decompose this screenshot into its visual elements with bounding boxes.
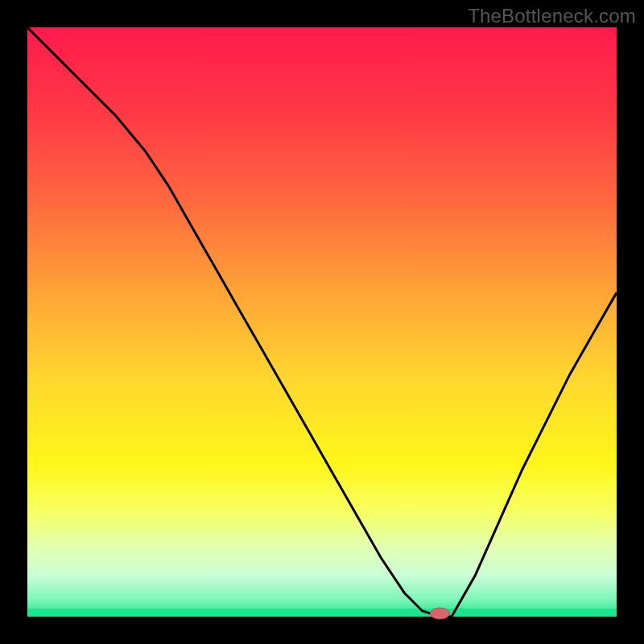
chart-frame: TheBottleneck.com bbox=[0, 0, 644, 644]
green-baseline-strip bbox=[27, 609, 617, 617]
watermark-text: TheBottleneck.com bbox=[468, 5, 636, 27]
bottleneck-chart-svg bbox=[0, 0, 644, 644]
optimal-marker bbox=[430, 608, 449, 619]
